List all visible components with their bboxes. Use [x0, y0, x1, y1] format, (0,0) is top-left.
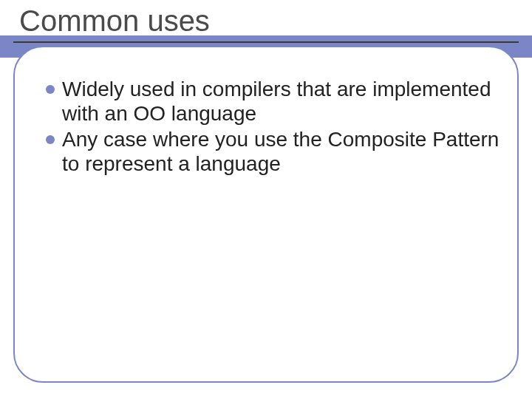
bullet-icon — [46, 135, 55, 144]
list-item: Widely used in compilers that are implem… — [46, 77, 504, 126]
bullet-icon — [46, 85, 55, 94]
bullet-text: Any case where you use the Composite Pat… — [62, 128, 499, 175]
title-divider — [13, 41, 519, 43]
slide: Common uses Widely used in compilers tha… — [0, 0, 532, 399]
page-title: Common uses — [19, 4, 210, 38]
list-item: Any case where you use the Composite Pat… — [46, 127, 504, 176]
bullet-list: Widely used in compilers that are implem… — [46, 77, 504, 177]
bullet-text: Widely used in compilers that are implem… — [62, 78, 491, 125]
